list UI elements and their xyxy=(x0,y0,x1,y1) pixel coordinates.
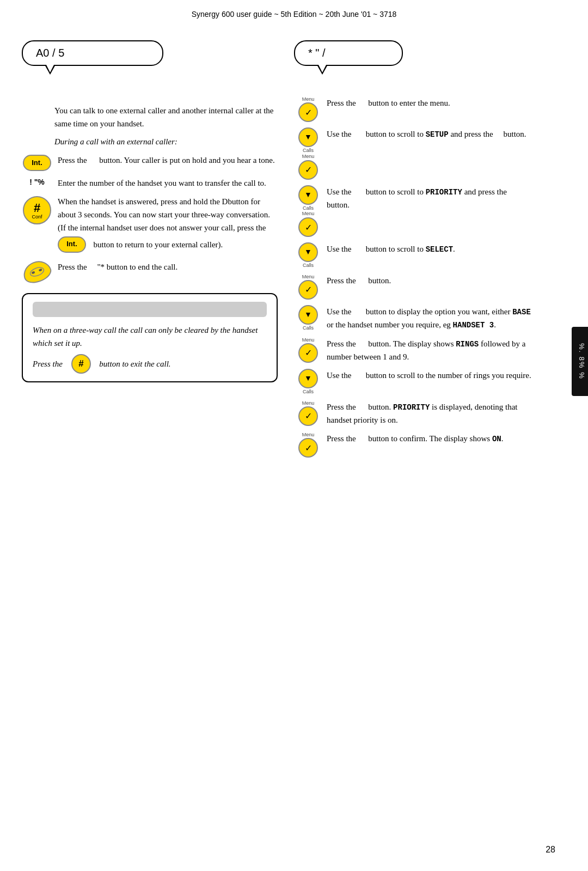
phone-end-svg xyxy=(28,264,46,278)
page-num-text: 28 xyxy=(546,845,555,854)
info-box-header-bar xyxy=(33,302,267,317)
right-step-4: ▼ Calls Use the button to scroll to SELE… xyxy=(294,241,539,269)
left-bubble-text: A0 / 5 xyxy=(36,47,64,59)
int-btn-2: Int. xyxy=(58,236,86,253)
right-step-5: Menu ✓ Press the button. xyxy=(294,273,539,300)
right-step-4-text: Use the button to scroll to SELECT. xyxy=(327,241,539,255)
right-step-10-icon: Menu ✓ xyxy=(294,432,322,458)
menu-check-group-5: Menu ✓ xyxy=(298,274,318,300)
right-step-8-text: Use the button to scroll to the number o… xyxy=(327,368,539,382)
main-content: A0 / 5 You can talk to one external call… xyxy=(22,40,566,462)
check-btn-9: ✓ xyxy=(298,406,318,426)
conf-label: Conf xyxy=(32,214,42,220)
left-column: A0 / 5 You can talk to one external call… xyxy=(22,40,289,462)
left-step-4: Press the "* button to end the call. xyxy=(22,260,278,282)
right-speech-bubble: * " / xyxy=(294,40,403,66)
int-button-icon: Int. xyxy=(22,155,52,171)
right-step-5-icon: Menu ✓ xyxy=(294,274,322,300)
side-tab: %. 8% % xyxy=(572,327,588,396)
calls-down-group-3: ▼ CallsMenu ✓ xyxy=(298,185,318,237)
check-btn-1: ✓ xyxy=(298,102,318,122)
left-step-3: # Conf When the handset is answered, pre… xyxy=(22,195,278,255)
end-call-icon xyxy=(22,261,52,282)
calls-down-group-4: ▼ Calls xyxy=(298,242,318,269)
info-box: When on a three-way call the call can on… xyxy=(22,293,278,382)
calls-label-8: Calls xyxy=(303,389,314,395)
right-step-3-icon: ▼ CallsMenu ✓ xyxy=(294,185,322,237)
right-step-8-icon: ▼ Calls xyxy=(294,369,322,395)
text-label-percent: ! "% xyxy=(29,178,45,186)
menu-check-group-1: Menu ✓ xyxy=(298,96,318,122)
calls-label-3: CallsMenu xyxy=(302,205,315,217)
hash-btn: # Conf xyxy=(23,196,51,224)
right-step-10: Menu ✓ Press the button to confirm. The … xyxy=(294,431,539,458)
header-title: Synergy 600 user guide ~ 5th Edition ~ 2… xyxy=(192,10,397,19)
check-btn-2: ✓ xyxy=(298,160,318,180)
menu-label-10: Menu xyxy=(302,432,315,437)
side-tab-text: %. 8% % xyxy=(578,343,586,380)
right-step-1: Menu ✓ Press the button to enter the men… xyxy=(294,95,539,122)
italic-paragraph: During a call with an external caller: xyxy=(54,137,177,146)
arrow-down-btn-6: ▼ xyxy=(298,305,318,325)
right-step-6: ▼ Calls Use the button to display the op… xyxy=(294,304,539,332)
menu-label-1: Menu xyxy=(302,96,315,102)
right-column: * " / Menu ✓ Press the button to enter t… xyxy=(289,40,566,462)
left-step-1: Int. Press the button. Your caller is pu… xyxy=(22,154,278,171)
info-box-text-2: Press the # button to exit the call. xyxy=(33,354,267,374)
intro-paragraph: You can talk to one external caller and … xyxy=(54,106,273,128)
arrow-down-btn-8: ▼ xyxy=(298,369,318,388)
right-step-3: ▼ CallsMenu ✓ Use the button to scroll t… xyxy=(294,184,539,237)
right-step-9-text: Press the button. PRIORITY is displayed,… xyxy=(327,399,539,427)
svg-point-0 xyxy=(29,265,45,277)
hash-symbol: # xyxy=(34,201,40,215)
right-bubble-text: * " / xyxy=(308,47,326,59)
left-step-4-text: Press the "* button to end the call. xyxy=(58,260,278,273)
info-box-text-1: When on a three-way call the call can on… xyxy=(33,324,267,350)
right-step-6-icon: ▼ Calls xyxy=(294,305,322,331)
check-btn-10: ✓ xyxy=(298,438,318,458)
calls-down-group-2: ▼ CallsMenu ✓ xyxy=(298,127,318,180)
menu-label-9: Menu xyxy=(302,400,315,406)
calls-down-group-8: ▼ Calls xyxy=(298,369,318,395)
right-step-7-text: Press the button. The display shows RING… xyxy=(327,336,539,363)
arrow-down-btn-3: ▼ xyxy=(298,185,318,205)
page-header: Synergy 600 user guide ~ 5th Edition ~ 2… xyxy=(0,0,588,24)
menu-check-group-10: Menu ✓ xyxy=(298,432,318,458)
menu-label-5: Menu xyxy=(302,274,315,279)
right-step-7: Menu ✓ Press the button. The display sho… xyxy=(294,336,539,363)
check-btn-3: ✓ xyxy=(298,217,318,237)
intro-text: You can talk to one external caller and … xyxy=(54,104,278,130)
left-step-2-text: Enter the number of the handset you want… xyxy=(58,176,278,190)
menu-check-group-9: Menu ✓ xyxy=(298,400,318,426)
right-step-2-icon: ▼ CallsMenu ✓ xyxy=(294,127,322,180)
right-step-3-text: Use the button to scroll to PRIORITY and… xyxy=(327,184,539,211)
arrow-down-btn-4: ▼ xyxy=(298,242,318,262)
check-btn-7: ✓ xyxy=(298,343,318,363)
right-step-2: ▼ CallsMenu ✓ Use the button to scroll t… xyxy=(294,126,539,180)
hash-conf-icon: # Conf xyxy=(22,196,52,224)
end-call-btn xyxy=(20,257,54,286)
right-step-10-text: Press the button to confirm. The display… xyxy=(327,431,539,445)
right-step-1-icon: Menu ✓ xyxy=(294,96,322,122)
menu-label-7: Menu xyxy=(302,337,315,343)
right-step-1-text: Press the button to enter the menu. xyxy=(327,95,539,109)
left-step-2: ! "% Enter the number of the handset you… xyxy=(22,176,278,190)
right-step-5-text: Press the button. xyxy=(327,273,539,287)
left-speech-bubble: A0 / 5 xyxy=(22,40,163,66)
menu-check-group-7: Menu ✓ xyxy=(298,337,318,363)
right-step-8: ▼ Calls Use the button to scroll to the … xyxy=(294,368,539,395)
right-step-4-icon: ▼ Calls xyxy=(294,242,322,269)
calls-label-2: CallsMenu xyxy=(302,148,315,160)
calls-label-4: Calls xyxy=(303,263,314,269)
right-step-2-text: Use the button to scroll to SETUP and pr… xyxy=(327,126,539,141)
check-btn-5: ✓ xyxy=(298,280,318,300)
right-step-9-icon: Menu ✓ xyxy=(294,400,322,426)
calls-label-6: Calls xyxy=(303,325,314,331)
hash-btn-info: # xyxy=(71,354,91,374)
left-step-3-text: When the handset is answered, press and … xyxy=(58,195,278,255)
percent-label-icon: ! "% xyxy=(22,178,52,186)
calls-down-group-6: ▼ Calls xyxy=(298,305,318,331)
right-step-7-icon: Menu ✓ xyxy=(294,337,322,363)
left-step-3-cont: button to return to your external caller… xyxy=(89,238,223,251)
right-step-9: Menu ✓ Press the button. PRIORITY is dis… xyxy=(294,399,539,427)
